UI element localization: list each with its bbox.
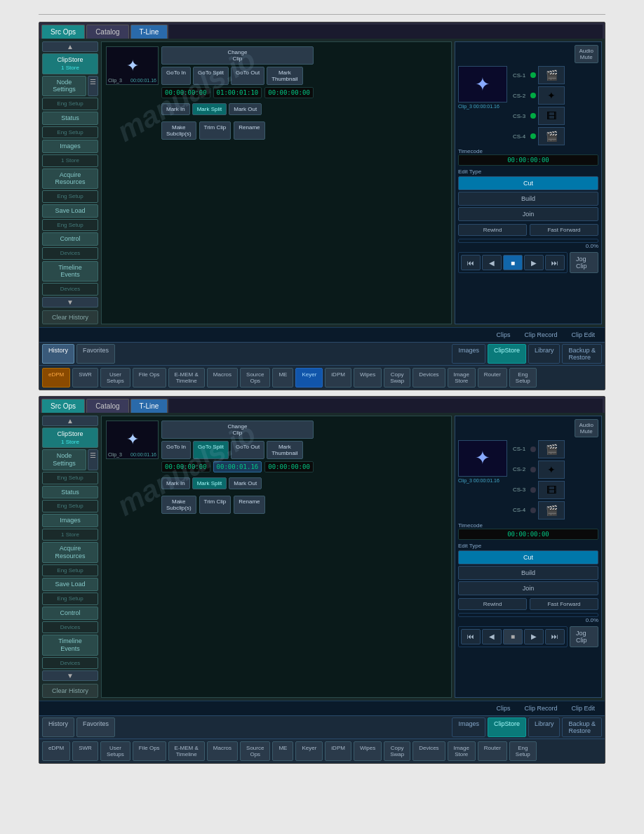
macros-btn-2[interactable]: Macros (207, 741, 238, 761)
sidebar-images-2[interactable]: Images (42, 514, 98, 527)
jog-clip-btn-1[interactable]: Jog Clip (570, 252, 598, 273)
wipes-btn-2[interactable]: Wipes (354, 741, 382, 761)
trim-clip-btn-1[interactable]: Trim Clip (199, 121, 232, 140)
keyer-btn-2[interactable]: Keyer (295, 741, 323, 761)
clip-edit-tab-1[interactable]: Clip Edit (564, 329, 602, 340)
sidebar-saveload-2[interactable]: Save Load (42, 578, 98, 591)
devices-btn-2[interactable]: Devices (412, 741, 445, 761)
edpm-menu-btn-1[interactable]: eDPM (42, 368, 70, 388)
copy-swap-btn-2[interactable]: CopySwap (384, 741, 410, 761)
clip-edit-tab-2[interactable]: Clip Edit (564, 703, 602, 714)
mark-split-btn-2[interactable]: Mark Split (192, 477, 227, 489)
me-btn-1[interactable]: ME (272, 368, 293, 388)
clip-record-tab-2[interactable]: Clip Record (517, 703, 564, 714)
change-clip-btn-1[interactable]: ChangeClip (161, 46, 314, 65)
clear-history-2[interactable]: Clear History (42, 684, 98, 698)
tab-t-line-2[interactable]: T-Line (130, 399, 168, 413)
scroll-down-1[interactable]: ▼ (42, 297, 98, 307)
transport-play-1[interactable]: ▶ (524, 255, 544, 270)
sidebar-acquire-1[interactable]: AcquireResources (42, 168, 98, 190)
rewind-btn-1[interactable]: Rewind (458, 224, 527, 236)
image-store-btn-1[interactable]: ImageStore (448, 368, 476, 388)
tab-t-line-1[interactable]: T-Line (130, 25, 168, 39)
file-ops-btn-2[interactable]: File Ops (133, 741, 166, 761)
mark-out-btn-1[interactable]: Mark Out (229, 103, 262, 115)
clip-record-tab-1[interactable]: Clip Record (517, 329, 564, 340)
me-btn-2[interactable]: ME (272, 741, 293, 761)
sidebar-node-settings-1[interactable]: NodeSettings (42, 76, 86, 97)
goto-split-btn-1[interactable]: GoTo Split (193, 67, 229, 85)
file-ops-btn-1[interactable]: File Ops (133, 368, 166, 388)
clips-tab-2[interactable]: Clips (489, 703, 517, 714)
build-btn-1[interactable]: Build (458, 192, 598, 206)
clipstore-nav-btn-2[interactable]: ClipStore (488, 717, 526, 737)
make-subclips-btn-2[interactable]: MakeSubclip(s) (161, 496, 196, 514)
clips-tab-1[interactable]: Clips (489, 329, 517, 340)
sidebar-images-1[interactable]: Images (42, 140, 98, 153)
scroll-up-2[interactable]: ▲ (42, 416, 98, 426)
history-btn-2[interactable]: History (42, 717, 74, 737)
wipes-btn-1[interactable]: Wipes (354, 368, 382, 388)
settings-icon-2[interactable]: ☰ (88, 449, 98, 470)
transport-skip-back-1[interactable]: ⏮ (461, 255, 481, 270)
transport-rewind-2[interactable]: ◀ (482, 629, 502, 644)
transport-stop-1[interactable]: ■ (503, 255, 523, 270)
fast-forward-btn-1[interactable]: Fast Forward (530, 224, 598, 236)
join-btn-1[interactable]: Join (458, 207, 598, 221)
sidebar-saveload-1[interactable]: Save Load (42, 204, 98, 218)
rewind-btn-2[interactable]: Rewind (458, 598, 527, 610)
images-nav-btn-2[interactable]: Images (452, 717, 485, 737)
transport-stop-2[interactable]: ■ (503, 629, 523, 644)
transport-skip-fwd-2[interactable]: ⏭ (545, 629, 565, 644)
transport-play-2[interactable]: ▶ (524, 629, 544, 644)
clipstore-nav-btn-1[interactable]: ClipStore (488, 344, 526, 364)
tab-catalog-2[interactable]: Catalog (86, 399, 128, 413)
swr-menu-btn-1[interactable]: SWR (72, 368, 98, 388)
clear-history-1[interactable]: Clear History (42, 310, 98, 324)
source-ops-btn-1[interactable]: SourceOps (240, 368, 270, 388)
eng-setup-btn-1[interactable]: EngSetup (509, 368, 537, 388)
scroll-down-2[interactable]: ▼ (42, 670, 98, 681)
tab-src-ops-2[interactable]: Src Ops (41, 399, 85, 413)
keyer-btn-1[interactable]: Keyer (295, 368, 323, 388)
transport-skip-fwd-1[interactable]: ⏭ (545, 255, 565, 270)
mark-thumbnail-btn-1[interactable]: MarkThumbnail (267, 67, 302, 85)
make-subclips-btn-1[interactable]: MakeSubclip(s) (161, 121, 196, 140)
emem-timeline-btn-2[interactable]: E-MEM &Timeline (168, 741, 205, 761)
source-ops-btn-2[interactable]: SourceOps (240, 741, 270, 761)
tab-catalog-1[interactable]: Catalog (86, 25, 128, 39)
macros-btn-1[interactable]: Macros (207, 368, 238, 388)
mark-in-btn-2[interactable]: Mark In (161, 477, 190, 489)
history-btn-1[interactable]: History (42, 344, 74, 364)
library-nav-btn-2[interactable]: Library (528, 717, 561, 737)
mark-in-btn-1[interactable]: Mark In (161, 103, 190, 115)
emem-timeline-btn-1[interactable]: E-MEM &Timeline (168, 368, 205, 388)
cut-btn-2[interactable]: Cut (458, 550, 598, 564)
idpm-btn-1[interactable]: iDPM (325, 368, 351, 388)
eng-setup-btn-2[interactable]: EngSetup (509, 741, 537, 761)
audio-mute-btn-2[interactable]: AudioMute (575, 419, 598, 437)
goto-split-btn-2[interactable]: GoTo Split (193, 441, 229, 459)
scroll-up-1[interactable]: ▲ (42, 41, 98, 52)
sidebar-clipstore-1[interactable]: ClipStore1 Store (42, 53, 98, 74)
sidebar-node-settings-2[interactable]: NodeSettings (42, 449, 86, 470)
sidebar-status-2[interactable]: Status (42, 486, 98, 499)
change-clip-btn-2[interactable]: ChangeClip (161, 421, 314, 439)
backup-restore-btn-1[interactable]: Backup &Restore (562, 344, 602, 364)
transport-skip-back-2[interactable]: ⏮ (461, 629, 481, 644)
join-btn-2[interactable]: Join (458, 581, 598, 595)
mark-out-btn-2[interactable]: Mark Out (229, 477, 262, 489)
router-btn-1[interactable]: Router (478, 368, 507, 388)
goto-out-btn-1[interactable]: GoTo Out (231, 67, 264, 85)
backup-restore-btn-2[interactable]: Backup &Restore (562, 717, 602, 737)
cut-btn-1[interactable]: Cut (458, 176, 598, 190)
edpm-menu-btn-2[interactable]: eDPM (42, 741, 70, 761)
sidebar-clipstore-2[interactable]: ClipStore1 Store (42, 428, 98, 449)
user-setups-btn-1[interactable]: UserSetups (100, 368, 130, 388)
mark-split-btn-1[interactable]: Mark Split (192, 103, 227, 115)
copy-swap-btn-1[interactable]: CopySwap (384, 368, 410, 388)
sidebar-control-2[interactable]: Control (42, 607, 98, 620)
mark-thumbnail-btn-2[interactable]: MarkThumbnail (267, 441, 302, 459)
library-nav-btn-1[interactable]: Library (528, 344, 561, 364)
rename-btn-2[interactable]: Rename (234, 496, 264, 514)
